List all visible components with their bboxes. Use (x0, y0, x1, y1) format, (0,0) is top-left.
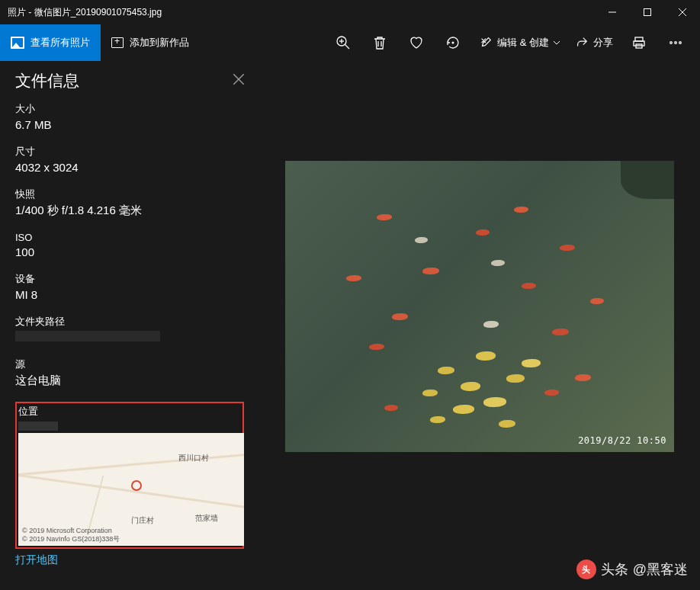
share-button[interactable]: 分享 (567, 24, 621, 61)
watermark: 头 头条 @黑客迷 (576, 560, 688, 579)
location-value-redacted (18, 422, 58, 431)
add-to-work-button[interactable]: 添加到新作品 (101, 24, 200, 61)
map-marker-icon (131, 480, 142, 491)
watermark-logo-icon: 头 (576, 560, 596, 579)
image-viewer: 2019/8/22 10:50 (259, 61, 700, 590)
location-map[interactable]: 西川口村 门庄村 范家墙 © 2019 Microsoft Corporatio… (18, 433, 244, 546)
print-button[interactable] (621, 24, 657, 61)
edit-create-label: 编辑 & 创建 (497, 36, 549, 50)
share-label: 分享 (593, 36, 613, 50)
source-label: 源 (15, 358, 244, 371)
location-label: 位置 (18, 405, 241, 418)
open-map-link[interactable]: 打开地图 (15, 553, 244, 567)
toolbar: 查看所有照片 添加到新作品 编辑 & 创建 分享 (0, 24, 700, 61)
close-button[interactable] (665, 0, 700, 24)
map-place-label: 西川口村 (178, 453, 209, 463)
delete-button[interactable] (361, 24, 398, 61)
size-value: 6.7 MB (15, 118, 244, 131)
snapshot-value: 1/400 秒 f/1.8 4.216 毫米 (15, 204, 244, 218)
iso-label: ISO (15, 232, 244, 243)
panel-title: 文件信息 (15, 70, 233, 91)
location-section: 位置 西川口村 门庄村 范家墙 © 2019 Microsoft Corpora… (15, 402, 244, 549)
photo-display[interactable]: 2019/8/22 10:50 (285, 161, 674, 452)
window-titlebar: 照片 - 微信图片_20190901075453.jpg (0, 0, 700, 24)
source-value: 这台电脑 (15, 374, 244, 388)
edit-create-button[interactable]: 编辑 & 创建 (471, 24, 567, 61)
map-place-label: 范家墙 (195, 513, 218, 524)
file-info-panel: 文件信息 大小 6.7 MB 尺寸 4032 x 3024 快照 1/400 秒… (0, 61, 259, 590)
svg-rect-9 (635, 37, 643, 41)
svg-line-5 (345, 45, 350, 50)
svg-point-14 (679, 42, 682, 44)
view-all-photos-button[interactable]: 查看所有照片 (0, 24, 101, 61)
photo-icon (11, 37, 24, 49)
rotate-button[interactable] (435, 24, 471, 61)
svg-point-13 (675, 42, 677, 44)
add-work-label: 添加到新作品 (130, 36, 189, 50)
dimensions-value: 4032 x 3024 (15, 161, 244, 174)
favorite-button[interactable] (398, 24, 435, 61)
map-copyright: © 2019 Microsoft Corporation © 2019 NavI… (22, 527, 120, 544)
all-photos-label: 查看所有照片 (31, 36, 90, 50)
iso-value: 100 (15, 245, 244, 258)
folder-label: 文件夹路径 (15, 315, 244, 329)
photo-timestamp: 2019/8/22 10:50 (578, 435, 666, 446)
svg-point-12 (670, 42, 673, 44)
watermark-handle: @黑客迷 (633, 560, 688, 579)
maximize-button[interactable] (630, 0, 665, 24)
svg-point-8 (452, 42, 454, 44)
dimensions-label: 尺寸 (15, 145, 244, 159)
map-place-label: 门庄村 (131, 515, 154, 526)
device-label: 设备 (15, 272, 244, 286)
panel-close-button[interactable] (233, 74, 244, 88)
minimize-button[interactable] (595, 0, 630, 24)
watermark-brand: 头条 (601, 560, 628, 579)
folder-value-redacted (15, 331, 160, 341)
add-work-icon (111, 37, 124, 48)
window-title: 照片 - 微信图片_20190901075453.jpg (8, 6, 595, 19)
snapshot-label: 快照 (15, 188, 244, 201)
device-value: MI 8 (15, 288, 244, 301)
svg-rect-10 (634, 41, 644, 46)
svg-rect-1 (644, 9, 651, 16)
more-button[interactable] (657, 24, 694, 61)
zoom-button[interactable] (325, 24, 361, 61)
size-label: 大小 (15, 102, 244, 116)
